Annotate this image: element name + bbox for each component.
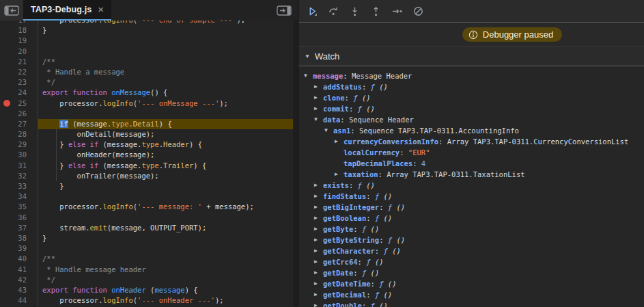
watch-item-asn1[interactable]: ▼asn1: Sequence TAP3.TAP-0311.Accounting… [298,125,644,136]
breakpoint-icon[interactable] [3,100,10,107]
watch-item-clone[interactable]: ▶clone: ƒ () [298,92,644,103]
watch-item-currencyConversionInfo[interactable]: ▶currencyConversionInfo: Array TAP3.TAP-… [298,136,644,147]
line-number[interactable]: 32 [18,172,27,180]
chevron-right-icon[interactable]: ▶ [314,278,323,289]
code-line-text[interactable] [38,243,298,254]
watch-item-taxation[interactable]: ▶taxation: Array TAP3.TAP-0311.TaxationL… [298,169,644,180]
line-number[interactable]: 37 [18,224,27,232]
line-number-gutter[interactable]: 25 [0,98,38,109]
watch-item-getCharacter[interactable]: ▶getCharacter: ƒ () [298,245,644,256]
code-line-text[interactable]: if (message.type.Detail) { [38,119,298,129]
line-number-gutter[interactable]: 39 [0,243,38,254]
watch-item-getBigInteger[interactable]: ▶getBigInteger: ƒ () [298,202,644,213]
watch-item-getDateTime[interactable]: ▶getDateTime: ƒ () [298,278,644,289]
chevron-right-icon[interactable]: ▶ [314,267,323,278]
watch-section-header[interactable]: ▼ Watch [298,46,644,66]
line-number[interactable]: 30 [18,150,27,159]
code-line-text[interactable]: onTrailer(message); [38,171,298,181]
code-line-text[interactable]: } else if (message.type.Header) { [38,139,298,150]
chevron-right-icon[interactable]: ▶ [314,245,323,256]
step-out-icon[interactable] [369,4,382,18]
code-line-text[interactable]: onDetail(message); [38,129,298,139]
line-number-gutter[interactable]: 19 [0,36,38,46]
watch-item-message[interactable]: ▼message: Message Header [298,70,644,81]
line-number-gutter[interactable]: 40 [0,254,38,264]
line-number-gutter[interactable]: 20 [0,46,38,57]
line-number[interactable]: 29 [18,140,27,148]
line-number-gutter[interactable]: 30 [0,150,38,160]
code-line-text[interactable] [38,36,298,46]
line-number-gutter[interactable]: 41 [0,265,38,275]
code-line-text[interactable]: processor.logInfo('--- onHeader ---'); [38,295,298,306]
line-number[interactable]: 25 [18,99,27,107]
code-line-text[interactable] [38,46,298,57]
line-number[interactable]: 43 [18,286,27,294]
chevron-right-icon[interactable]: ▶ [314,224,323,235]
chevron-right-icon[interactable]: ▶ [314,103,323,114]
code-line-text[interactable]: */ [38,275,298,285]
chevron-down-icon[interactable]: ▼ [304,70,313,81]
code-line-text[interactable]: processor.logInfo('--- onMessage ---'); [38,98,298,109]
code-line-text[interactable] [38,191,298,202]
watch-item-getByteString[interactable]: ▶getByteString: ƒ () [298,235,644,245]
line-number-gutter[interactable]: 33 [0,181,38,191]
chevron-right-icon[interactable]: ▶ [314,92,323,103]
line-number[interactable]: 22 [18,68,27,76]
line-number-gutter[interactable]: 31 [0,161,38,171]
code-line-text[interactable] [38,109,298,119]
code-line-text[interactable]: */ [38,77,298,88]
line-number-gutter[interactable]: 32 [0,171,38,181]
line-number[interactable]: 44 [18,296,27,304]
code-line-text[interactable]: export function onHeader (message) { [38,285,298,295]
step-over-icon[interactable] [326,4,340,18]
line-number[interactable]: 21 [18,57,27,66]
line-number-gutter[interactable]: 29 [0,139,38,150]
chevron-right-icon[interactable]: ▶ [335,169,344,180]
line-number[interactable]: 33 [18,182,27,190]
code-line-text[interactable]: } else if (message.type.Trailer) { [38,161,298,171]
line-number-gutter[interactable]: 35 [0,202,38,212]
line-number[interactable]: 27 [18,120,27,128]
line-number[interactable]: 39 [18,244,27,252]
watch-item-data[interactable]: ▼data: Sequence Header [298,114,644,125]
watch-item-getByte[interactable]: ▶getByte: ƒ () [298,224,644,235]
watch-item-getDate[interactable]: ▶getDate: ƒ () [298,267,644,278]
line-number-gutter[interactable]: 44 [0,295,38,306]
line-number[interactable]: 23 [18,78,27,86]
line-number[interactable]: 41 [18,265,27,273]
close-icon[interactable]: × [98,4,104,14]
deactivate-breakpoints-icon[interactable] [411,4,425,18]
chevron-right-icon[interactable]: ▶ [314,81,323,92]
chevron-right-icon[interactable]: ▶ [314,235,323,245]
line-number[interactable]: 17 [18,21,27,24]
code-line-text[interactable] [38,213,298,223]
code-line-text[interactable]: * Handle message header [38,265,298,275]
watch-item-getDouble[interactable]: ▶getDouble: ƒ () [298,300,644,307]
watch-item-commit[interactable]: ▶commit: ƒ () [298,103,644,114]
line-number-gutter[interactable]: 22 [0,67,38,77]
code-line-text[interactable]: } [38,25,298,36]
code-line-text[interactable]: stream.emit(message, OUTPUT_PORT); [38,223,298,233]
line-number-gutter[interactable]: 43 [0,285,38,295]
line-number-gutter[interactable]: 28 [0,129,38,139]
line-number[interactable]: 18 [18,26,27,34]
code-line-text[interactable]: processor.logInfo('--- message: ' + mess… [38,202,298,212]
line-number-gutter[interactable]: 18 [0,25,38,36]
code-line-text[interactable]: * Handle a message [38,67,298,77]
line-number[interactable]: 35 [18,202,27,211]
code-line-text[interactable]: /** [38,254,298,264]
line-number-gutter[interactable]: 23 [0,77,38,88]
line-number-gutter[interactable]: 37 [0,223,38,233]
line-number[interactable]: 24 [18,88,27,96]
step-icon[interactable] [390,4,404,18]
chevron-right-icon[interactable]: ▶ [314,180,323,191]
line-number-gutter[interactable]: 17 [0,21,38,25]
watch-item-findStatus[interactable]: ▶findStatus: ƒ () [298,191,644,202]
chevron-down-icon[interactable]: ▼ [324,125,333,136]
line-number[interactable]: 36 [18,213,27,222]
code-line-text[interactable]: /** [38,57,298,67]
line-number-gutter[interactable]: 26 [0,109,38,119]
chevron-right-icon[interactable]: ▶ [314,300,323,307]
line-number-gutter[interactable]: 34 [0,191,38,202]
code-line-text[interactable]: processor.logInfo('--- end of sample ---… [38,21,298,25]
